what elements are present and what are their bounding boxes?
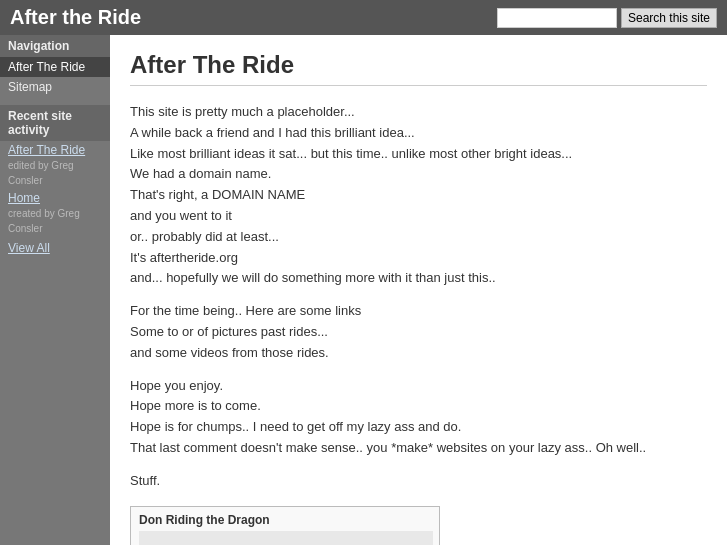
sidebar: Navigation After The Ride Sitemap Recent…: [0, 35, 110, 545]
site-title: After the Ride: [10, 6, 141, 29]
page-main-title: After The Ride: [130, 51, 707, 86]
search-area: Search this site: [497, 8, 717, 28]
embed-title: Don Riding the Dragon: [139, 513, 431, 527]
sidebar-item-after-the-ride[interactable]: After The Ride: [0, 57, 110, 77]
main-content: After The Ride This site is pretty much …: [110, 35, 727, 545]
paragraph-0: This site is pretty much a placeholder..…: [130, 102, 707, 289]
activity-link-1[interactable]: Home: [8, 191, 102, 205]
activity-item-0: After The Ride edited by Greg Consler: [0, 141, 110, 189]
paragraph-2: Hope you enjoy. Hope more is to come. Ho…: [130, 376, 707, 459]
layout: Navigation After The Ride Sitemap Recent…: [0, 35, 727, 545]
embed-box: Don Riding the Dragon: [130, 506, 440, 545]
view-all-link[interactable]: View All: [0, 237, 110, 259]
paragraph-3: Stuff.: [130, 471, 707, 492]
sidebar-item-sitemap[interactable]: Sitemap: [0, 77, 110, 97]
activity-item-1: Home created by Greg Consler: [0, 189, 110, 237]
header: After the Ride Search this site: [0, 0, 727, 35]
activity-link-0[interactable]: After The Ride: [8, 143, 102, 157]
embed-placeholder: [139, 531, 433, 545]
activity-meta-1: created by Greg Consler: [8, 208, 80, 234]
search-button[interactable]: Search this site: [621, 8, 717, 28]
search-input[interactable]: [497, 8, 617, 28]
activity-meta-0: edited by Greg Consler: [8, 160, 74, 186]
recent-activity-title: Recent site activity: [0, 105, 110, 141]
content-text: This site is pretty much a placeholder..…: [130, 102, 707, 492]
recent-activity-section: Recent site activity After The Ride edit…: [0, 105, 110, 259]
navigation-section-title: Navigation: [0, 35, 110, 57]
paragraph-1: For the time being.. Here are some links…: [130, 301, 707, 363]
